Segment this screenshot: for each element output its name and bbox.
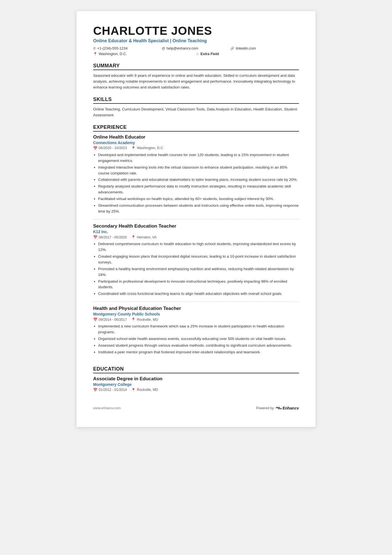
edu-dates-1: 📅 01/2012 - 01/2014 — [93, 388, 127, 392]
location-icon: 📍 — [93, 52, 97, 56]
summary-text: Seasoned educator with 9 years of experi… — [93, 73, 299, 90]
job-meta-3: 📅 09/2014 - 06/2017 📍 Rockville, MD — [93, 317, 299, 322]
bullet-2-2: Created engaging lesson plans that incor… — [98, 254, 299, 265]
bullet-2-3: Promoted a healthy learning environment … — [98, 266, 299, 278]
phone-contact: ✆ +1-(234)-555-1234 — [93, 46, 162, 50]
experience-title: EXPERIENCE — [93, 124, 299, 132]
header: CHARLOTTE JONES Online Educator & Health… — [93, 24, 299, 57]
extra-contact: ☆ Extra Field — [196, 52, 299, 56]
email-value: help@enhancv.com — [167, 46, 198, 50]
edu-school-1: Montgomery College — [93, 382, 299, 387]
job-title-3: Health and Physical Education Teacher — [93, 306, 299, 311]
linkedin-contact: 🔗 linkedin.com — [230, 46, 299, 50]
job-bullets-1: Developed and implemented online health … — [93, 152, 299, 214]
summary-section: SUMMARY Seasoned educator with 9 years o… — [93, 63, 299, 90]
location-value: Washington, D.C. — [99, 52, 127, 56]
email-contact: @ help@enhancv.com — [162, 46, 230, 50]
candidate-title: Online Educator & Health Specialist | On… — [93, 38, 299, 43]
job-title-2: Secondary Health Education Teacher — [93, 223, 299, 229]
calendar-icon-2: 📅 — [93, 235, 98, 239]
job-block-3: Health and Physical Education Teacher Mo… — [93, 306, 299, 360]
job-dates-3: 📅 09/2014 - 06/2017 — [93, 317, 127, 322]
bullet-2-5: Coordinated with cross-functional teachi… — [98, 291, 299, 297]
footer-url: www.enhancv.com — [93, 406, 121, 410]
page-footer: www.enhancv.com Powered by Enhancv — [93, 403, 299, 410]
bullet-1-2: Integrated interactive learning tools in… — [98, 165, 299, 176]
job-bullets-2: Delivered comprehensive curriculum in he… — [93, 241, 299, 297]
phone-value: +1-(234)-555-1234 — [97, 46, 128, 50]
email-icon: @ — [162, 46, 165, 50]
job-dates-1: 📅 06/2020 - 10/2023 — [93, 146, 127, 150]
skills-title: SKILLS — [93, 97, 299, 104]
job-meta-2: 📅 08/2017 - 05/2020 📍 Herndon, VA — [93, 235, 299, 239]
candidate-name: CHARLOTTE JONES — [93, 24, 299, 37]
job-block-2: Secondary Health Education Teacher K12 I… — [93, 223, 299, 302]
edu-degree-1: Associate Degree in Education — [93, 376, 299, 382]
job-company-1: Connections Academy — [93, 140, 299, 145]
job-bullets-3: Implemented a new curriculum framework w… — [93, 324, 299, 355]
pin-icon-edu: 📍 — [131, 388, 136, 392]
bullet-1-5: Facilitated virtual workshops on health … — [98, 196, 299, 202]
edu-meta-1: 📅 01/2012 - 01/2014 📍 Rockville, MD — [93, 388, 299, 392]
pin-icon-3: 📍 — [131, 317, 136, 322]
bullet-2-4: Participated in professional development… — [98, 279, 299, 290]
job-title-1: Online Health Educator — [93, 134, 299, 140]
contact-row-2: 📍 Washington, D.C. ☆ Extra Field — [93, 52, 299, 57]
pin-icon-2: 📍 — [131, 235, 136, 239]
enhancv-logo-svg — [276, 406, 282, 410]
powered-by-text: Powered by — [256, 406, 274, 410]
bullet-3-4: Instituted a peer mentor program that fo… — [98, 349, 299, 355]
edu-block-1: Associate Degree in Education Montgomery… — [93, 376, 299, 392]
education-section: EDUCATION Associate Degree in Education … — [93, 366, 299, 392]
linkedin-value: linkedin.com — [236, 46, 256, 50]
linkedin-icon: 🔗 — [230, 46, 234, 50]
bullet-1-6: Streamlined communication processes betw… — [98, 203, 299, 214]
pin-icon-1: 📍 — [131, 146, 136, 150]
calendar-icon-edu: 📅 — [93, 388, 98, 392]
edu-location-1: 📍 Rockville, MD — [131, 388, 158, 392]
education-title: EDUCATION — [93, 366, 299, 373]
job-company-3: Montgomery County Public Schools — [93, 312, 299, 316]
calendar-icon-1: 📅 — [93, 146, 98, 150]
skills-section: SKILLS Online Teaching, Curriculum Devel… — [93, 97, 299, 118]
location-contact: 📍 Washington, D.C. — [93, 52, 196, 56]
enhancv-brand-name: Enhancv — [283, 406, 299, 410]
enhancv-logo: Enhancv — [276, 406, 299, 410]
summary-title: SUMMARY — [93, 63, 299, 70]
bullet-1-4: Regularly analyzed student performance d… — [98, 184, 299, 195]
job-location-3: 📍 Rockville, MD — [131, 317, 158, 322]
job-meta-1: 📅 06/2020 - 10/2023 📍 Washington, D.C. — [93, 146, 299, 150]
job-dates-2: 📅 08/2017 - 05/2020 — [93, 235, 127, 239]
bullet-2-1: Delivered comprehensive curriculum in he… — [98, 241, 299, 253]
bullet-3-3: Assessed student progress through variou… — [98, 343, 299, 349]
phone-icon: ✆ — [93, 46, 96, 50]
bullet-3-2: Organized school-wide health awareness e… — [98, 336, 299, 342]
extra-value: Extra Field — [200, 52, 219, 56]
bullet-1-3: Collaborated with parents and educationa… — [98, 177, 299, 183]
bullet-1-1: Developed and implemented online health … — [98, 152, 299, 164]
experience-section: EXPERIENCE Online Health Educator Connec… — [93, 124, 299, 360]
bullet-3-1: Implemented a new curriculum framework w… — [98, 324, 299, 335]
job-location-1: 📍 Washington, D.C. — [131, 146, 164, 150]
resume-page: CHARLOTTE JONES Online Educator & Health… — [76, 11, 316, 427]
job-block-1: Online Health Educator Connections Acade… — [93, 134, 299, 219]
calendar-icon-3: 📅 — [93, 317, 98, 322]
job-location-2: 📍 Herndon, VA — [131, 235, 157, 239]
skills-text: Online Teaching, Curriculum Development,… — [93, 107, 299, 118]
footer-brand: Powered by Enhancv — [256, 406, 299, 410]
contact-row-1: ✆ +1-(234)-555-1234 @ help@enhancv.com 🔗… — [93, 46, 299, 51]
job-company-2: K12 Inc. — [93, 230, 299, 234]
star-icon: ☆ — [196, 52, 199, 56]
